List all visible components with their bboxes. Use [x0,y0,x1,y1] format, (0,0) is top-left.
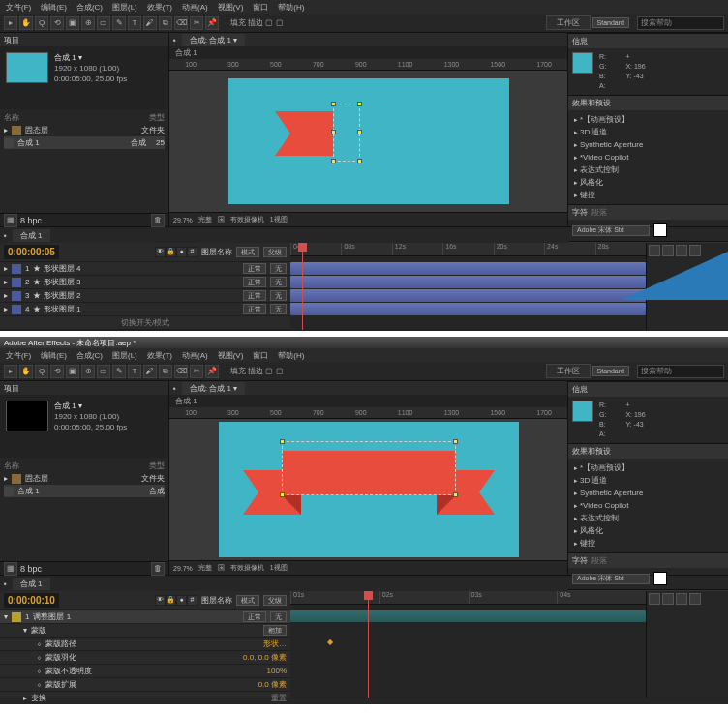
layer-row-3[interactable]: ▸3★ 形状图层 2正常无 [0,289,290,303]
eraser-tool[interactable]: ⌫ [174,365,188,378]
menu-window[interactable]: 窗口 [253,350,268,361]
project-list[interactable]: 名称 类型 ▸ 固态层文件夹 合成 1合成 [0,458,168,561]
canvas-area[interactable] [169,419,567,560]
menu-effect[interactable]: 效果(T) [147,350,172,361]
current-timecode[interactable]: 0:00:00:05 [4,245,59,259]
timeline-layer-list[interactable]: 0:00:00:05 👁🔒●# 图层名称 模式 父级 ▸1★ 形状图层 4正常无… [0,243,290,330]
bpc-label[interactable]: 8 bpc [20,216,42,225]
menu-bar[interactable]: 文件(F) 编辑(E) 合成(C) 图层(L) 效果(T) 动画(A) 视图(V… [0,0,728,14]
effect-keying[interactable]: 键控 [574,189,722,201]
col-parent[interactable]: 父级 [263,247,287,257]
zoom-tool[interactable]: Q [35,16,48,30]
comp-canvas[interactable] [219,422,519,557]
toggle-switches-button[interactable]: 切换开关/模式 [0,316,290,330]
mode-dd[interactable]: 正常 [243,263,266,274]
zoom-tool[interactable]: Q [35,365,48,378]
menu-layer[interactable]: 图层(L) [112,2,137,13]
mode-dd[interactable]: 正常 [243,611,266,622]
eraser-tool[interactable]: ⌫ [174,16,188,30]
roto-tool[interactable]: ✂ [190,16,203,30]
type-tool[interactable]: T [128,16,141,30]
workspace-dropdown[interactable]: Standard [592,17,629,28]
zoom-dropdown[interactable]: 29.7% [173,217,193,223]
timeline-tracks[interactable]: 04s08s12s16s20s24s28s [290,243,646,330]
layer-row-4[interactable]: ▸4★ 形状图层 1正常无 [0,303,290,316]
prop-mask-opacity[interactable]: ⬨蒙版不透明度100% [0,665,290,678]
hand-tool[interactable]: ✋ [19,365,33,378]
effect-stylize[interactable]: 风格化 [574,176,722,189]
interp-icon[interactable]: ▦ [4,562,17,576]
res-dropdown[interactable]: 完整 [198,215,212,224]
viewer-tab[interactable]: 合成: 合成 1 ▾ [182,34,245,46]
timeline-tab[interactable]: 合成 1 [13,578,50,590]
effects-panel[interactable]: *【动画预设】 3D 通道 Synthetic Aperture *Video … [568,110,728,204]
parent-dd[interactable]: 无 [270,263,287,274]
rotate-tool[interactable]: ⟲ [50,365,64,378]
canvas-area[interactable] [169,71,567,212]
type-tool[interactable]: T [128,365,141,378]
prop-transform[interactable]: ▸变换重置 [0,692,290,704]
layer-row-adjust[interactable]: ▾ 1 调整图层 1 正常 无 [0,610,290,624]
char-panel[interactable]: Adobe 宋体 Std [568,568,728,589]
views-dropdown[interactable]: 1视图 [270,215,288,224]
layer-switches-header[interactable]: 👁🔒●# [155,247,197,257]
camera-tool[interactable]: ▣ [66,365,79,378]
clone-tool[interactable]: ⧉ [159,16,172,30]
layer-row-1[interactable]: ▸1★ 形状图层 4正常无 [0,262,290,276]
viewer-tab[interactable]: 合成: 合成 1 ▾ [182,382,245,395]
camera-dropdown[interactable]: 有效摄像机 [230,215,264,224]
timeline-tab[interactable]: 合成 1 [13,229,50,242]
roto-tool[interactable]: ✂ [190,365,203,378]
trash-icon[interactable]: 🗑 [151,562,165,576]
font-dropdown[interactable]: Adobe 宋体 Std [572,574,650,584]
col-layername[interactable]: 图层名称 [201,247,232,257]
menu-view[interactable]: 视图(V) [218,2,244,13]
parent-dd[interactable]: 无 [270,611,287,622]
views-dropdown[interactable]: 1视图 [270,563,288,573]
comp-thumbnail[interactable] [6,52,48,83]
menu-view[interactable]: 视图(V) [218,350,244,361]
col-name[interactable]: 名称 [4,460,19,471]
effects-panel-header[interactable]: 效果和预设 [568,443,728,459]
col-type[interactable]: 类型 [149,112,165,123]
prop-mask-path[interactable]: ⬨蒙版路径形状… [0,638,290,651]
project-item-comp[interactable]: 合成 1 合成 25 [4,136,165,149]
col-mode[interactable]: 模式 [236,247,259,257]
info-panel-header[interactable]: 信息 [568,33,728,48]
menu-anim[interactable]: 动画(A) [182,350,208,361]
menu-help[interactable]: 帮助(H) [278,2,304,13]
selection-box[interactable] [282,441,456,495]
time-ruler[interactable]: 04s08s12s16s20s24s28s [290,243,646,256]
menu-help[interactable]: 帮助(H) [278,350,304,361]
menu-edit[interactable]: 编辑(E) [41,2,67,13]
interp-icon[interactable]: ▦ [4,214,17,227]
bpc-label[interactable]: 8 bpc [20,564,42,574]
comp-thumbnail[interactable] [6,401,48,431]
menu-edit[interactable]: 编辑(E) [41,350,67,361]
zoom-dropdown[interactable]: 29.7% [173,565,193,572]
effect-vcopilot[interactable]: *Video Copilot [574,151,722,163]
selection-tool[interactable]: ▸ [4,16,17,30]
menu-file[interactable]: 文件(F) [6,2,31,13]
effect-3dchannel[interactable]: 3D 通道 [574,126,722,138]
menu-window[interactable]: 窗口 [253,2,268,13]
pen-tool[interactable]: ✎ [112,365,126,378]
breadcrumb[interactable]: 合成 1 [169,46,567,59]
menu-effect[interactable]: 效果(T) [147,2,172,13]
selection-tool[interactable]: ▸ [4,365,17,378]
timeline-layer-list[interactable]: 0:00:00:10 👁🔒●# 图层名称 模式 父级 ▾ 1 调整图层 1 正常… [0,591,290,698]
camera-tool[interactable]: ▣ [66,16,79,30]
effect-synthap[interactable]: Synthetic Aperture [574,138,722,151]
effects-panel-header[interactable]: 效果和预设 [568,95,728,110]
pan-behind-tool[interactable]: ⊕ [81,365,95,378]
pan-behind-tool[interactable]: ⊕ [81,16,95,30]
time-ruler[interactable]: 01s02s03s04s [290,591,646,605]
workspace-dropdown[interactable]: Standard [592,366,629,376]
prop-mask[interactable]: ▾蒙版相加 [0,624,290,638]
clone-tool[interactable]: ⧉ [159,365,172,378]
project-tab[interactable]: 项目 [0,381,168,395]
grid-icon[interactable]: 国 [218,215,225,224]
puppet-tool[interactable]: 📌 [205,16,219,30]
char-panel[interactable]: Adobe 宋体 Std [568,220,728,241]
char-panel-header[interactable]: 字符 段落 [568,552,728,568]
